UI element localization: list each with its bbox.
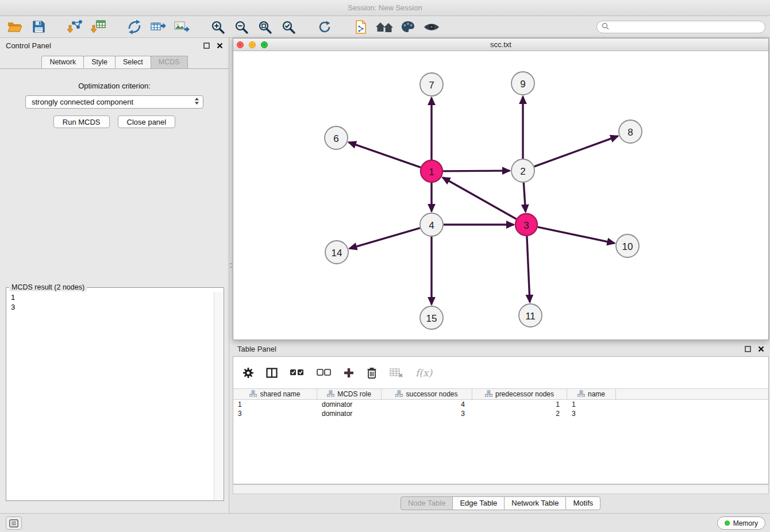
graph-node-14[interactable]: 14 (325, 241, 348, 264)
memory-button[interactable]: Memory (717, 516, 765, 530)
network-window-title: scc.txt (490, 40, 511, 49)
svg-text:11: 11 (525, 311, 536, 322)
dropdown-arrows-icon (194, 97, 199, 107)
graph-node-2[interactable]: 2 (511, 159, 534, 182)
zoom-out-icon[interactable] (231, 18, 252, 36)
split-columns-icon[interactable] (266, 367, 278, 379)
column-header-shared-name[interactable]: shared name (233, 389, 317, 399)
table-row-1[interactable]: 1dominator411 (233, 400, 768, 409)
graph-node-15[interactable]: 15 (420, 306, 443, 329)
table-horizontal-scrollbar[interactable] (233, 484, 769, 494)
graph-edge-3-11[interactable] (527, 236, 530, 302)
graph-node-1[interactable]: 1 (421, 160, 442, 182)
svg-text:10: 10 (622, 241, 633, 252)
svg-text:2: 2 (520, 166, 525, 177)
graph-edge-3-10[interactable] (538, 227, 615, 243)
graph-edge-2-8[interactable] (534, 136, 618, 167)
result-scrollbar-track[interactable] (214, 292, 223, 500)
graph-edge-1-6[interactable] (349, 142, 421, 168)
search-field[interactable] (596, 21, 765, 33)
tab-style[interactable]: Style (83, 56, 116, 68)
delete-columns-icon[interactable] (366, 367, 378, 379)
network-window: × − + scc.txt 7968124314101511 (233, 38, 769, 340)
home-pair-glyph (375, 20, 394, 34)
tab-edge-table[interactable]: Edge Table (452, 496, 505, 510)
delete-table-icon[interactable] (390, 367, 403, 379)
zoom-window-button[interactable]: + (261, 41, 268, 48)
sort-hierarchy-icon (578, 390, 585, 399)
table-cell: 3 (233, 410, 317, 418)
palette-glyph (401, 20, 415, 34)
table-panel-body: f(x) shared nameMCDS rolesuccessor nodes… (233, 356, 769, 484)
gear-icon[interactable] (242, 367, 254, 379)
column-header-mcds-role[interactable]: MCDS role (317, 389, 382, 399)
document-copy-icon[interactable] (351, 18, 371, 36)
graph-node-6[interactable]: 6 (325, 126, 348, 149)
optimization-dropdown[interactable]: strongly connected component (25, 95, 203, 109)
zoom-selected-icon[interactable] (278, 18, 299, 36)
column-header-name[interactable]: name (567, 389, 616, 399)
select-all-icon[interactable] (290, 368, 305, 378)
close-window-button[interactable]: × (237, 41, 244, 48)
zoom-fit-icon[interactable] (255, 18, 275, 36)
network-canvas[interactable]: 7968124314101511 (233, 51, 768, 340)
graph-edge-3-1[interactable] (442, 178, 516, 219)
import-table-icon[interactable] (88, 18, 109, 36)
close-control-panel-icon[interactable] (217, 43, 223, 49)
refresh-icon[interactable] (314, 18, 335, 36)
eye-icon[interactable] (421, 18, 442, 36)
palette-icon[interactable] (398, 18, 418, 36)
import-table-glyph (90, 20, 106, 34)
result-line: 1 (11, 292, 219, 302)
mcds-result-title: MCDS result (2 nodes) (9, 283, 87, 291)
close-panel-button[interactable]: Close panel (118, 115, 176, 128)
graph-node-4[interactable]: 4 (420, 213, 443, 236)
control-panel-buttons: Run MCDS Close panel (0, 115, 229, 128)
float-table-panel-icon[interactable] (745, 346, 751, 352)
network-share-icon[interactable] (124, 18, 145, 36)
import-network-icon[interactable] (64, 18, 85, 36)
float-control-panel-icon[interactable] (203, 43, 210, 49)
function-builder-icon[interactable]: f(x) (415, 367, 432, 379)
tab-select[interactable]: Select (115, 56, 151, 68)
run-mcds-button[interactable]: Run MCDS (53, 115, 110, 128)
export-table-icon[interactable] (148, 18, 168, 36)
deselect-all-icon[interactable] (317, 368, 332, 378)
home-pair-icon[interactable] (374, 18, 395, 36)
tab-mcds[interactable]: MCDS (151, 56, 188, 68)
graph-node-9[interactable]: 9 (511, 72, 534, 95)
close-table-panel-icon[interactable] (758, 346, 764, 352)
graph-node-11[interactable]: 11 (519, 304, 542, 327)
add-column-icon[interactable] (344, 368, 354, 378)
task-history-icon[interactable] (6, 516, 22, 530)
graph-edge-1-2[interactable] (443, 171, 510, 171)
table-panel: Table Panel (233, 342, 769, 511)
table-cell: 3 (567, 410, 616, 418)
table-cell: dominator (317, 410, 382, 418)
graph-edge-2-3[interactable] (523, 183, 525, 212)
network-graph[interactable]: 7968124314101511 (233, 51, 768, 340)
search-input[interactable] (612, 23, 760, 31)
column-header-successor-nodes[interactable]: successor nodes (382, 389, 472, 399)
export-image-icon[interactable] (171, 18, 192, 36)
table-panel-title: Table Panel (237, 345, 276, 353)
graph-node-3[interactable]: 3 (515, 214, 537, 236)
window-titlebar: Session: New Session (0, 0, 770, 16)
minimize-window-button[interactable]: − (249, 41, 256, 48)
graph-node-10[interactable]: 10 (616, 234, 639, 257)
tab-motifs[interactable]: Motifs (565, 496, 600, 510)
table-row-2[interactable]: 3dominator323 (233, 409, 768, 418)
column-header-label: shared name (260, 390, 300, 398)
tab-network-table[interactable]: Network Table (504, 496, 566, 510)
tab-node-table[interactable]: Node Table (401, 496, 453, 510)
column-header-predecessor-nodes[interactable]: predecessor nodes (472, 389, 567, 399)
graph-edge-4-14[interactable] (349, 228, 420, 249)
save-icon[interactable] (28, 18, 49, 36)
graph-node-7[interactable]: 7 (420, 73, 443, 96)
graph-node-8[interactable]: 8 (619, 120, 642, 143)
optimization-label: Optimization criterion: (0, 82, 229, 90)
tab-network[interactable]: Network (41, 56, 84, 68)
zoom-in-icon[interactable] (207, 18, 228, 36)
open-folder-icon[interactable] (5, 18, 25, 36)
table-cell: 2 (472, 410, 567, 418)
